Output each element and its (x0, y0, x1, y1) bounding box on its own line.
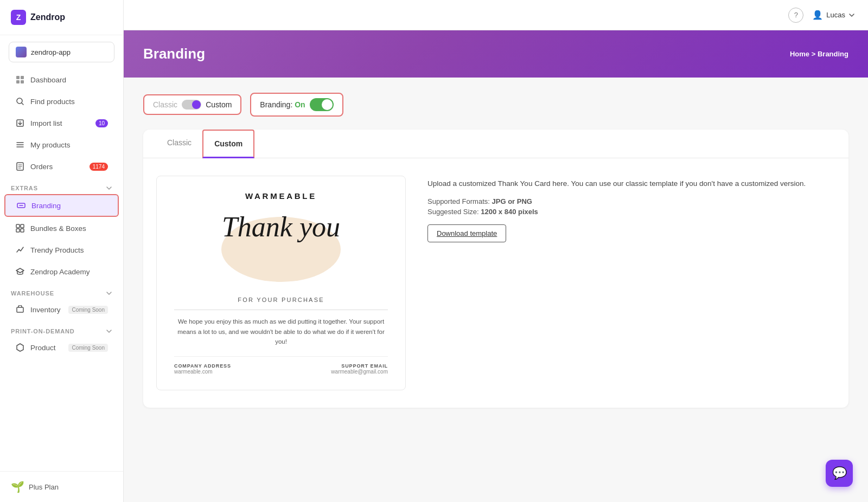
sidebar-item-product[interactable]: Product Coming Soon (4, 337, 119, 358)
product-icon (15, 343, 25, 352)
sidebar-item-label: Import list (30, 119, 62, 127)
store-name: zendrop-app (31, 48, 71, 56)
pod-section-label: PRINT-ON-DEMAND (0, 320, 123, 337)
sidebar-item-label: Dashboard (30, 76, 66, 84)
import-icon (15, 118, 25, 128)
content-area: Classic Custom Branding: On Classic Cust… (124, 78, 868, 502)
formats-label: Supported Formats: (427, 197, 490, 205)
sidebar-item-label: Orders (30, 163, 53, 171)
formats-value: JPG or PNG (492, 197, 532, 205)
svg-rect-2 (16, 80, 20, 83)
size-info: Suggested Size: 1200 x 840 pixels (427, 208, 835, 216)
branding-label: Branding: On (260, 100, 305, 109)
sidebar-item-academy[interactable]: Zendrop Academy (4, 261, 119, 282)
search-icon (15, 96, 25, 106)
logo: Z Zendrop (0, 0, 123, 35)
classic-custom-toggle[interactable]: Classic Custom (143, 94, 241, 115)
sidebar-item-label: Trendy Products (30, 246, 84, 254)
download-template-button[interactable]: Download template (427, 224, 506, 242)
ty-footer: COMPANY ADDRESS warmeable.com SUPPORT EM… (174, 356, 388, 375)
svg-rect-3 (21, 80, 24, 83)
company-address-label: COMPANY ADDRESS (174, 363, 231, 369)
trendy-icon (15, 245, 25, 255)
company-address-value: warmeable.com (174, 369, 231, 375)
svg-rect-1 (21, 76, 24, 79)
page-title: Branding (143, 46, 205, 62)
warehouse-section-label: WAREHOUSE (0, 282, 123, 299)
chat-icon: 💬 (832, 466, 847, 480)
svg-rect-9 (21, 224, 24, 228)
sidebar-item-label: Zendrop Academy (30, 268, 90, 276)
logo-icon: Z (11, 10, 26, 25)
upload-description: Upload a customized Thank You Card here.… (427, 178, 835, 190)
sidebar-item-label: Product (30, 344, 56, 352)
sidebar-item-bundles[interactable]: Bundles & Boxes (4, 218, 119, 239)
sidebar-item-label: Branding (31, 202, 61, 210)
orders-badge: 1174 (90, 163, 108, 171)
ty-main: Thank you (174, 211, 388, 242)
breadcrumb-home: Home (790, 50, 809, 58)
svg-rect-12 (17, 307, 23, 312)
ty-body: We hope you enjoy this as much as we did… (174, 317, 388, 346)
orders-icon (15, 162, 25, 171)
branding-icon (16, 201, 26, 210)
classic-custom-switch[interactable] (182, 100, 201, 110)
format-info: Supported Formats: JPG or PNG (427, 197, 835, 205)
sidebar-item-my-products[interactable]: My products (4, 134, 119, 155)
support-email-label: SUPPORT EMAIL (331, 363, 388, 369)
custom-label: Custom (206, 100, 232, 109)
sidebar-item-inventory[interactable]: Inventory Coming Soon (4, 299, 119, 320)
upload-section: Upload a customized Thank You Card here.… (427, 176, 835, 242)
main-content: ? 👤 Lucas Branding Home > Branding Class… (124, 0, 868, 502)
size-value: 1200 x 840 pixels (481, 208, 538, 216)
inventory-icon (15, 305, 25, 314)
sidebar-item-import-list[interactable]: Import list 10 (4, 113, 119, 133)
user-icon: 👤 (812, 10, 823, 20)
tab-classic[interactable]: Classic (156, 130, 202, 158)
sidebar-item-find-products[interactable]: Find products (4, 91, 119, 112)
breadcrumb-current: Branding (818, 50, 848, 58)
sidebar-item-label: Find products (30, 98, 75, 106)
sidebar-item-orders[interactable]: Orders 1174 (4, 156, 119, 177)
store-icon (16, 47, 27, 57)
extras-section-label: EXTRAS (0, 177, 123, 194)
card-body: WARMEABLE Thank you FOR YOUR PURCHASE We… (143, 158, 848, 408)
branding-toggle-switch[interactable] (310, 98, 334, 111)
page-header: Branding Home > Branding (124, 30, 868, 78)
store-selector[interactable]: zendrop-app (9, 42, 114, 62)
logo-text: Zendrop (30, 12, 65, 22)
sidebar-item-branding[interactable]: Branding (4, 194, 119, 217)
breadcrumb-sep: > (812, 50, 818, 58)
sidebar-item-label: Inventory (30, 306, 61, 314)
user-menu[interactable]: 👤 Lucas (812, 10, 855, 20)
branding-card: Classic Custom WARMEABLE Thank you FOR Y… (143, 130, 848, 408)
ty-brand-name: WARMEABLE (174, 191, 388, 201)
tab-custom[interactable]: Custom (202, 130, 254, 158)
help-button[interactable]: ? (788, 8, 803, 23)
ty-script: Thank you (174, 211, 388, 242)
bundles-icon (15, 223, 25, 233)
sidebar-item-dashboard[interactable]: Dashboard (4, 69, 119, 90)
sidebar: Z Zendrop zendrop-app Dashboard Find pro… (0, 0, 124, 502)
sidebar-item-label: Bundles & Boxes (30, 224, 86, 233)
breadcrumb: Home > Branding (790, 50, 848, 58)
toggle-row: Classic Custom Branding: On (143, 93, 848, 117)
plus-plan-icon: 🌱 (11, 480, 24, 493)
user-name: Lucas (826, 11, 845, 19)
import-badge: 10 (95, 119, 108, 127)
svg-rect-10 (16, 229, 20, 232)
classic-label: Classic (153, 100, 177, 109)
size-label: Suggested Size: (427, 208, 479, 216)
plus-plan[interactable]: 🌱 Plus Plan (0, 471, 123, 502)
sidebar-item-trendy[interactable]: Trendy Products (4, 240, 119, 260)
ty-company-address: COMPANY ADDRESS warmeable.com (174, 363, 231, 375)
dashboard-icon (15, 75, 25, 85)
svg-rect-0 (16, 76, 20, 79)
products-icon (15, 140, 25, 150)
card-tabs: Classic Custom (143, 130, 848, 158)
svg-rect-11 (21, 229, 24, 232)
svg-rect-8 (16, 224, 20, 228)
academy-icon (15, 267, 25, 276)
chat-button[interactable]: 💬 (826, 460, 853, 487)
branding-toggle-box: Branding: On (250, 93, 343, 117)
